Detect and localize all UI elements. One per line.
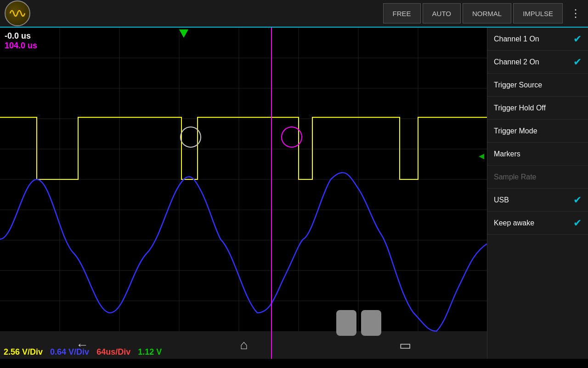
check-icon-usb: ✔: [573, 194, 582, 206]
sidebar-item-sample-rate: Sample Rate: [487, 166, 588, 189]
sidebar-item-trigger-holdoff[interactable]: Trigger Hold Off: [487, 97, 588, 120]
sidebar-label-trigger-holdoff: Trigger Hold Off: [494, 104, 546, 112]
check-icon-ch2: ✔: [573, 56, 582, 68]
waveform-display: [0, 28, 487, 359]
sidebar-item-trigger-source[interactable]: Trigger Source: [487, 74, 588, 97]
topbar: FREE AUTO NORMAL IMPULSE ⋮: [0, 0, 588, 28]
sidebar-item-markers[interactable]: Markers: [487, 143, 588, 166]
main-area: -0.0 us 104.0 us ◄ 2.56 V/Div 0.64 V/Div…: [0, 28, 588, 359]
sidebar: Channel 1 On ✔ Channel 2 On ✔ Trigger So…: [487, 28, 588, 359]
sidebar-item-ch1[interactable]: Channel 1 On ✔: [487, 28, 588, 51]
trigger-level: 1.12 V: [138, 347, 162, 357]
sidebar-item-keep-awake[interactable]: Keep awake ✔: [487, 212, 588, 235]
sidebar-label-keep-awake: Keep awake: [494, 219, 534, 227]
cursor-line: [271, 28, 272, 359]
pause-button-1[interactable]: [336, 310, 356, 336]
ch2-scale: 0.64 V/Div: [50, 347, 89, 357]
cursor-time1: -0.0 us: [5, 31, 37, 41]
sidebar-label-trigger-mode: Trigger Mode: [494, 127, 537, 135]
pause-button-2[interactable]: [361, 310, 381, 336]
sidebar-label-usb: USB: [494, 196, 509, 204]
ch2-edge-marker: ◄: [477, 151, 486, 161]
trigger-arrow: [179, 29, 188, 38]
time-scale: 64us/Div: [96, 347, 130, 357]
check-icon-keep-awake: ✔: [573, 217, 582, 229]
pause-controls: [336, 310, 381, 336]
ch1-scale: 2.56 V/Div: [4, 347, 43, 357]
free-button[interactable]: FREE: [383, 3, 421, 23]
sidebar-label-sample-rate: Sample Rate: [494, 173, 537, 181]
app-logo: [5, 0, 30, 26]
sidebar-label-ch2: Channel 2 On: [494, 58, 539, 66]
oscilloscope-display[interactable]: -0.0 us 104.0 us ◄ 2.56 V/Div 0.64 V/Div…: [0, 28, 487, 359]
scope-status-bar: 2.56 V/Div 0.64 V/Div 64us/Div 1.12 V: [4, 347, 162, 357]
sidebar-label-trigger-source: Trigger Source: [494, 81, 542, 89]
sidebar-item-usb[interactable]: USB ✔: [487, 189, 588, 212]
cursor-time2: 104.0 us: [5, 41, 37, 51]
sidebar-label-ch1: Channel 1 On: [494, 35, 539, 43]
check-icon-ch1: ✔: [573, 33, 582, 45]
auto-button[interactable]: AUTO: [423, 3, 461, 23]
normal-button[interactable]: NORMAL: [463, 3, 511, 23]
sidebar-label-markers: Markers: [494, 150, 520, 158]
impulse-button[interactable]: IMPULSE: [513, 3, 563, 23]
sidebar-item-trigger-mode[interactable]: Trigger Mode: [487, 120, 588, 143]
logo-icon: [9, 5, 26, 22]
sidebar-item-ch2[interactable]: Channel 2 On ✔: [487, 51, 588, 74]
time-display: -0.0 us 104.0 us: [5, 31, 37, 51]
more-menu-button[interactable]: ⋮: [564, 3, 588, 23]
